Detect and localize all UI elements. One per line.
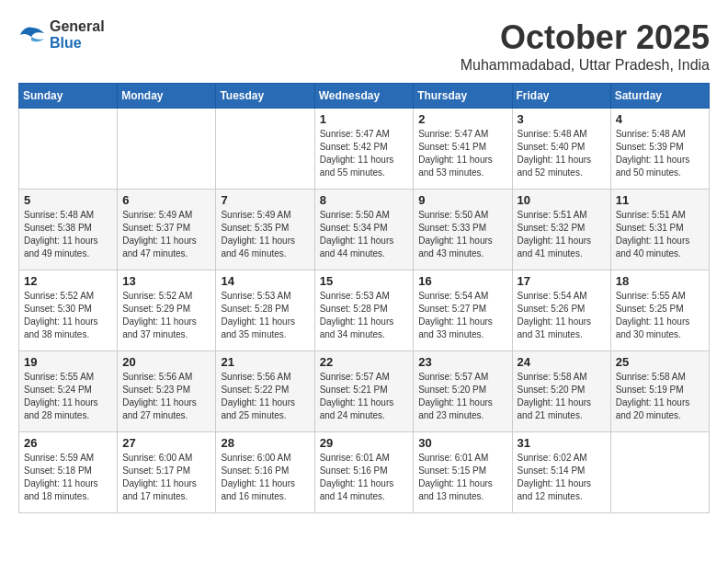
day-number: 25 — [616, 355, 704, 369]
logo-blue: Blue — [50, 35, 82, 51]
day-info: Sunrise: 5:50 AMSunset: 5:34 PMDaylight:… — [320, 209, 409, 260]
day-number: 8 — [320, 193, 409, 207]
calendar-cell — [118, 109, 216, 190]
day-number: 21 — [221, 355, 309, 369]
day-number: 27 — [122, 436, 210, 450]
day-info: Sunrise: 5:56 AMSunset: 5:22 PMDaylight:… — [221, 371, 309, 422]
day-info: Sunrise: 6:01 AMSunset: 5:16 PMDaylight:… — [320, 452, 409, 503]
calendar-cell: 10Sunrise: 5:51 AMSunset: 5:32 PMDayligh… — [512, 190, 610, 270]
day-info: Sunrise: 5:54 AMSunset: 5:27 PMDaylight:… — [418, 290, 506, 341]
day-info: Sunrise: 5:58 AMSunset: 5:20 PMDaylight:… — [518, 371, 606, 422]
calendar-cell: 28Sunrise: 6:00 AMSunset: 5:16 PMDayligh… — [216, 432, 314, 513]
day-number: 24 — [518, 355, 606, 369]
day-info: Sunrise: 5:48 AMSunset: 5:40 PMDaylight:… — [518, 128, 606, 179]
day-info: Sunrise: 5:55 AMSunset: 5:25 PMDaylight:… — [616, 290, 704, 341]
day-number: 9 — [418, 193, 506, 207]
location-title: Muhammadabad, Uttar Pradesh, India — [461, 57, 710, 74]
calendar-cell: 15Sunrise: 5:53 AMSunset: 5:28 PMDayligh… — [314, 270, 414, 351]
calendar-week-3: 12Sunrise: 5:52 AMSunset: 5:30 PMDayligh… — [19, 270, 710, 351]
calendar-cell: 9Sunrise: 5:50 AMSunset: 5:33 PMDaylight… — [414, 190, 512, 270]
title-area: October 2025 Muhammadabad, Uttar Pradesh… — [461, 18, 710, 74]
logo-icon — [18, 24, 46, 46]
day-info: Sunrise: 5:49 AMSunset: 5:37 PMDaylight:… — [122, 209, 210, 260]
day-number: 22 — [320, 355, 409, 369]
day-number: 10 — [518, 193, 606, 207]
day-info: Sunrise: 6:02 AMSunset: 5:14 PMDaylight:… — [518, 452, 606, 503]
calendar-cell: 17Sunrise: 5:54 AMSunset: 5:26 PMDayligh… — [512, 270, 610, 351]
col-wednesday: Wednesday — [314, 84, 414, 109]
day-number: 31 — [518, 436, 606, 450]
calendar-cell: 24Sunrise: 5:58 AMSunset: 5:20 PMDayligh… — [512, 351, 610, 432]
day-number: 12 — [24, 274, 112, 288]
col-sunday: Sunday — [19, 84, 118, 109]
day-info: Sunrise: 6:00 AMSunset: 5:16 PMDaylight:… — [221, 452, 309, 503]
day-number: 7 — [221, 193, 309, 207]
calendar-cell: 30Sunrise: 6:01 AMSunset: 5:15 PMDayligh… — [414, 432, 512, 513]
calendar-week-1: 1Sunrise: 5:47 AMSunset: 5:42 PMDaylight… — [19, 109, 710, 190]
calendar-cell: 31Sunrise: 6:02 AMSunset: 5:14 PMDayligh… — [512, 432, 610, 513]
calendar-cell: 26Sunrise: 5:59 AMSunset: 5:18 PMDayligh… — [19, 432, 118, 513]
day-number: 4 — [616, 112, 704, 126]
day-number: 3 — [518, 112, 606, 126]
day-info: Sunrise: 5:51 AMSunset: 5:31 PMDaylight:… — [616, 209, 704, 260]
calendar-cell: 8Sunrise: 5:50 AMSunset: 5:34 PMDaylight… — [314, 190, 414, 270]
day-number: 29 — [320, 436, 409, 450]
day-info: Sunrise: 5:54 AMSunset: 5:26 PMDaylight:… — [518, 290, 606, 341]
calendar-cell: 4Sunrise: 5:48 AMSunset: 5:39 PMDaylight… — [610, 109, 709, 190]
day-number: 16 — [418, 274, 506, 288]
day-info: Sunrise: 5:47 AMSunset: 5:42 PMDaylight:… — [320, 128, 409, 179]
calendar-cell: 16Sunrise: 5:54 AMSunset: 5:27 PMDayligh… — [414, 270, 512, 351]
calendar-cell: 25Sunrise: 5:58 AMSunset: 5:19 PMDayligh… — [610, 351, 709, 432]
day-info: Sunrise: 5:56 AMSunset: 5:23 PMDaylight:… — [122, 371, 210, 422]
col-monday: Monday — [118, 84, 216, 109]
calendar-week-5: 26Sunrise: 5:59 AMSunset: 5:18 PMDayligh… — [19, 432, 710, 513]
day-info: Sunrise: 5:55 AMSunset: 5:24 PMDaylight:… — [24, 371, 112, 422]
calendar-week-2: 5Sunrise: 5:48 AMSunset: 5:38 PMDaylight… — [19, 190, 710, 270]
day-info: Sunrise: 5:57 AMSunset: 5:20 PMDaylight:… — [418, 371, 506, 422]
day-info: Sunrise: 5:48 AMSunset: 5:39 PMDaylight:… — [616, 128, 704, 179]
day-number: 28 — [221, 436, 309, 450]
calendar-cell: 6Sunrise: 5:49 AMSunset: 5:37 PMDaylight… — [118, 190, 216, 270]
day-number: 11 — [616, 193, 704, 207]
day-number: 19 — [24, 355, 112, 369]
calendar-cell: 22Sunrise: 5:57 AMSunset: 5:21 PMDayligh… — [314, 351, 414, 432]
calendar-cell — [216, 109, 314, 190]
calendar-header-row: Sunday Monday Tuesday Wednesday Thursday… — [19, 84, 710, 109]
calendar-cell: 5Sunrise: 5:48 AMSunset: 5:38 PMDaylight… — [19, 190, 118, 270]
logo-general: General — [50, 18, 105, 34]
day-info: Sunrise: 5:53 AMSunset: 5:28 PMDaylight:… — [221, 290, 309, 341]
day-info: Sunrise: 5:48 AMSunset: 5:38 PMDaylight:… — [24, 209, 112, 260]
day-info: Sunrise: 5:51 AMSunset: 5:32 PMDaylight:… — [518, 209, 606, 260]
calendar-cell — [19, 109, 118, 190]
day-number: 30 — [418, 436, 506, 450]
day-info: Sunrise: 6:01 AMSunset: 5:15 PMDaylight:… — [418, 452, 506, 503]
col-tuesday: Tuesday — [216, 84, 314, 109]
day-info: Sunrise: 5:59 AMSunset: 5:18 PMDaylight:… — [24, 452, 112, 503]
calendar-cell: 21Sunrise: 5:56 AMSunset: 5:22 PMDayligh… — [216, 351, 314, 432]
calendar-cell: 29Sunrise: 6:01 AMSunset: 5:16 PMDayligh… — [314, 432, 414, 513]
col-saturday: Saturday — [610, 84, 709, 109]
calendar-cell: 1Sunrise: 5:47 AMSunset: 5:42 PMDaylight… — [314, 109, 414, 190]
day-number: 20 — [122, 355, 210, 369]
calendar-cell: 23Sunrise: 5:57 AMSunset: 5:20 PMDayligh… — [414, 351, 512, 432]
day-info: Sunrise: 5:57 AMSunset: 5:21 PMDaylight:… — [320, 371, 409, 422]
day-info: Sunrise: 6:00 AMSunset: 5:17 PMDaylight:… — [122, 452, 210, 503]
calendar-cell: 19Sunrise: 5:55 AMSunset: 5:24 PMDayligh… — [19, 351, 118, 432]
day-info: Sunrise: 5:50 AMSunset: 5:33 PMDaylight:… — [418, 209, 506, 260]
calendar-cell: 2Sunrise: 5:47 AMSunset: 5:41 PMDaylight… — [414, 109, 512, 190]
day-number: 26 — [24, 436, 112, 450]
day-number: 5 — [24, 193, 112, 207]
calendar-cell: 7Sunrise: 5:49 AMSunset: 5:35 PMDaylight… — [216, 190, 314, 270]
calendar-cell: 12Sunrise: 5:52 AMSunset: 5:30 PMDayligh… — [19, 270, 118, 351]
logo: General Blue — [18, 18, 105, 52]
day-number: 18 — [616, 274, 704, 288]
calendar-cell: 11Sunrise: 5:51 AMSunset: 5:31 PMDayligh… — [610, 190, 709, 270]
col-thursday: Thursday — [414, 84, 512, 109]
calendar-cell: 14Sunrise: 5:53 AMSunset: 5:28 PMDayligh… — [216, 270, 314, 351]
day-number: 17 — [518, 274, 606, 288]
page-header: General Blue October 2025 Muhammadabad, … — [18, 18, 710, 74]
day-info: Sunrise: 5:53 AMSunset: 5:28 PMDaylight:… — [320, 290, 409, 341]
day-number: 2 — [418, 112, 506, 126]
day-info: Sunrise: 5:47 AMSunset: 5:41 PMDaylight:… — [418, 128, 506, 179]
calendar-cell: 27Sunrise: 6:00 AMSunset: 5:17 PMDayligh… — [118, 432, 216, 513]
